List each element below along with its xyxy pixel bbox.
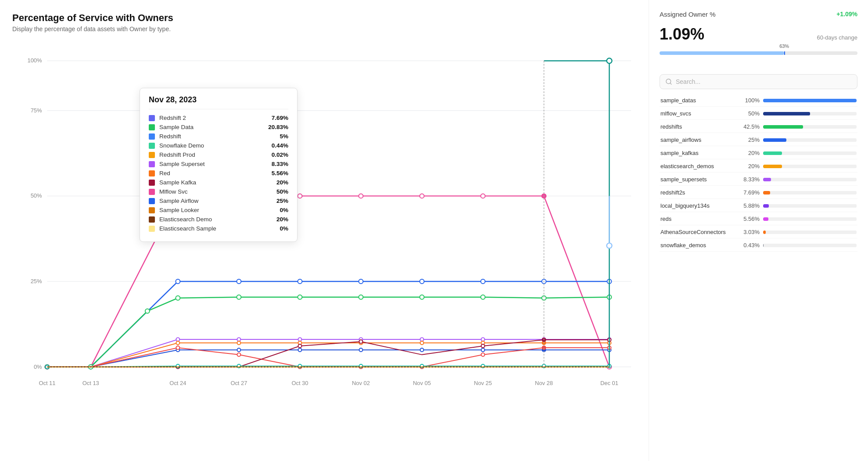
svg-point-24	[298, 194, 302, 198]
tooltip-item-value: 25%	[276, 198, 288, 204]
list-item-bar-container	[763, 165, 857, 168]
progress-container: 63%	[660, 51, 857, 64]
tooltip-item-name: Sample Superset	[159, 161, 267, 167]
svg-point-35	[359, 279, 363, 284]
tooltip-item: Elasticsearch Sample 0%	[149, 225, 288, 232]
list-item-name: sample_airflows	[660, 137, 735, 143]
tooltip-color-swatch	[149, 161, 155, 167]
svg-text:Oct 27: Oct 27	[230, 380, 247, 386]
list-item-bar	[763, 244, 764, 247]
right-panel: Assigned Owner % +1.09% 1.09% 60-days ch…	[649, 0, 868, 461]
list-item: sample_supersets 8.33%	[660, 173, 857, 186]
list-item: sample_airflows 25%	[660, 134, 857, 146]
list-item-name: redshift2s	[660, 189, 735, 196]
svg-point-61	[176, 341, 179, 345]
svg-point-56	[420, 338, 424, 341]
svg-point-90	[359, 340, 362, 343]
tooltip-color-swatch	[149, 143, 155, 149]
data-list: sample_datas 100% mlflow_svcs 50% redshi…	[660, 94, 857, 252]
tooltip-item: Sample Kafka 20%	[149, 179, 288, 186]
tooltip-item: Redshift 2 7.69%	[149, 115, 288, 121]
list-item-name: local_bigquery134s	[660, 202, 735, 209]
tooltip-box: Nov 28, 2023 Redshift 2 7.69% Sample Dat…	[140, 88, 298, 242]
list-item-pct: 50%	[739, 110, 760, 117]
list-item-bar-container	[763, 230, 857, 234]
progress-fill	[660, 51, 784, 55]
svg-point-62	[237, 341, 240, 345]
svg-point-26	[420, 194, 424, 198]
tooltip-item-name: Sample Data	[159, 124, 264, 130]
svg-point-79	[176, 346, 179, 349]
progress-track	[660, 51, 857, 55]
svg-point-47	[420, 295, 424, 299]
svg-text:0%: 0%	[34, 364, 42, 370]
svg-text:100%: 100%	[28, 58, 42, 64]
tooltip-item-value: 20%	[276, 216, 288, 223]
list-item-pct: 8.33%	[739, 176, 760, 183]
svg-point-91	[481, 344, 485, 348]
tooltip-item-value: 7.69%	[272, 115, 288, 121]
tooltip-color-swatch	[149, 216, 155, 223]
svg-point-74	[420, 348, 424, 352]
tooltip-item: Mlflow Svc 50%	[149, 188, 288, 195]
list-item-pct: 20%	[739, 163, 760, 169]
metric-period: 60-days change	[817, 34, 857, 41]
tooltip-item-name: Redshift Prod	[159, 151, 267, 158]
tooltip-color-swatch	[149, 124, 155, 130]
list-item-pct: 5.88%	[739, 202, 760, 209]
metric-change: +1.09%	[836, 11, 857, 18]
tooltip-item-name: Snowflake Demo	[159, 142, 267, 149]
tooltip-color-swatch	[149, 189, 155, 195]
svg-point-80	[237, 353, 240, 357]
tooltip-item-name: Sample Looker	[159, 207, 275, 213]
list-item-bar	[763, 138, 786, 142]
tooltip-item-value: 50%	[276, 188, 288, 195]
list-item-bar	[763, 191, 770, 194]
tooltip-color-swatch	[149, 198, 155, 204]
svg-text:Nov 25: Nov 25	[474, 380, 492, 386]
search-placeholder: Search...	[676, 78, 852, 85]
svg-point-72	[298, 348, 301, 352]
tooltip-item: Sample Looker 0%	[149, 207, 288, 213]
tooltip-item: Red 5.56%	[149, 170, 288, 176]
list-item-pct: 100%	[739, 97, 760, 104]
list-item-bar	[763, 125, 803, 129]
list-item-name: snowflake_demos	[660, 242, 735, 249]
svg-text:Nov 05: Nov 05	[413, 380, 431, 386]
list-item-pct: 0.43%	[739, 242, 760, 249]
tooltip-item-name: Elasticsearch Sample	[159, 225, 275, 232]
tooltip-item-value: 5%	[280, 133, 288, 140]
tooltip-item-name: Redshift	[159, 133, 275, 140]
svg-point-48	[481, 295, 485, 299]
list-item-name: sample_supersets	[660, 176, 735, 183]
svg-point-37	[481, 279, 485, 284]
list-item-bar-container	[763, 99, 857, 102]
list-item: local_bigquery134s 5.88%	[660, 200, 857, 212]
tooltip-item-value: 0%	[280, 207, 288, 213]
list-item-name: sample_kafkas	[660, 150, 735, 156]
svg-point-75	[481, 348, 485, 352]
svg-point-71	[237, 348, 240, 352]
tooltip-color-swatch	[149, 207, 155, 213]
tooltip-item-value: 8.33%	[272, 161, 288, 167]
tooltip-item: Sample Data 20.83%	[149, 124, 288, 130]
tooltip-color-swatch	[149, 133, 155, 140]
list-item: reds 5.56%	[660, 213, 857, 225]
list-item-pct: 3.03%	[739, 229, 760, 235]
tooltip-item-value: 0.02%	[272, 151, 288, 158]
left-panel: Percentage of Service with Owners Displa…	[0, 0, 649, 461]
svg-point-45	[298, 295, 302, 299]
list-item-bar-container	[763, 125, 857, 129]
svg-point-34	[298, 279, 302, 284]
search-box[interactable]: Search...	[660, 74, 857, 89]
tooltip-date: Nov 28, 2023	[149, 95, 288, 109]
list-item: AthenaSourceConnectors 3.03%	[660, 226, 857, 238]
chart-svg: 0% 25% 50% 75% 100% Oct 11 Oct 13 Oct 24…	[12, 40, 640, 400]
list-item-name: reds	[660, 216, 735, 222]
list-item-bar	[763, 217, 768, 221]
list-item: redshifts 42.5%	[660, 121, 857, 133]
tooltip-item: Redshift 5%	[149, 133, 288, 140]
list-item-name: AthenaSourceConnectors	[660, 229, 735, 235]
svg-text:Dec 01: Dec 01	[600, 380, 618, 386]
search-icon	[665, 78, 672, 85]
